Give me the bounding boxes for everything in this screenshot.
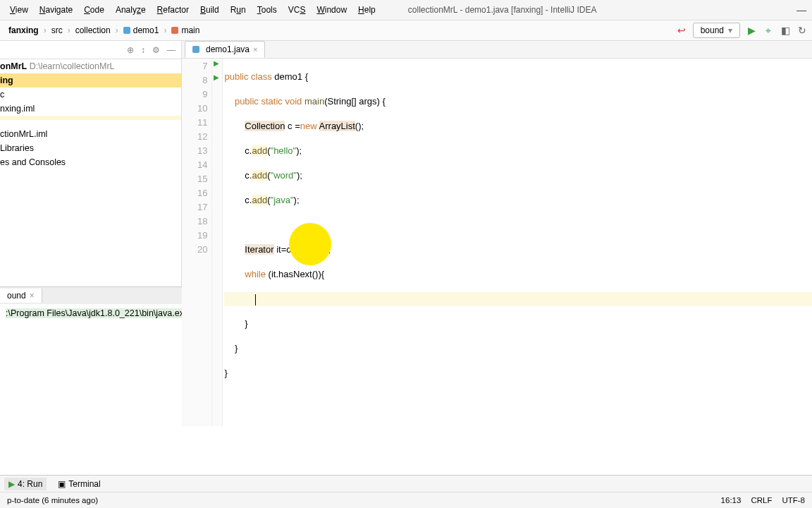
tab-label: demo1.java <box>206 44 250 54</box>
menu-bar: VViewiew Navigate Code Analyze Refactor … <box>6 3 380 17</box>
editor-tab-demo1[interactable]: demo1.java × <box>185 41 265 58</box>
menu-analyze[interactable]: Analyze <box>111 3 150 17</box>
chevron-right-icon: › <box>44 25 47 35</box>
close-icon[interactable]: × <box>30 291 35 301</box>
run-command-line: :\Program Files\Java\jdk1.8.0_221\bin\ja… <box>6 308 202 318</box>
class-icon <box>123 27 130 34</box>
tree-root[interactable]: onMrL D:\learn\collectionMrL <box>0 59 181 73</box>
menu-view[interactable]: VViewiew <box>6 3 32 17</box>
chevron-down-icon: ▾ <box>728 25 732 35</box>
status-message: p-to-date (6 minutes ago) <box>7 496 98 504</box>
run-icon: ▶ <box>8 479 15 489</box>
line-ending[interactable]: CRLF <box>751 496 772 504</box>
breadcrumb-class[interactable]: demo1 <box>119 20 164 40</box>
editor-tab-row: demo1.java × <box>182 41 812 59</box>
menu-tools[interactable]: Tools <box>253 3 281 17</box>
menu-code[interactable]: Code <box>80 3 109 17</box>
gear-icon[interactable]: ⚙ <box>152 45 160 55</box>
tree-item[interactable]: ctionMrL.iml <box>0 127 181 141</box>
tree-item[interactable]: nxing.iml <box>0 102 181 116</box>
editor-area: demo1.java × 7891011121314151617181920 ▶… <box>182 41 812 286</box>
run-gutter-icon[interactable]: ▶ <box>214 59 219 67</box>
file-encoding[interactable]: UTF-8 <box>782 496 805 504</box>
run-tab[interactable]: ound × <box>0 289 42 303</box>
terminal-icon: ▣ <box>58 479 66 489</box>
menu-help[interactable]: Help <box>354 3 380 17</box>
tree-item-ing[interactable]: ing <box>0 73 181 87</box>
chevron-right-icon: › <box>116 25 118 35</box>
breadcrumb-package[interactable]: collection <box>71 20 115 40</box>
breadcrumb-project[interactable]: fanxing <box>4 20 43 40</box>
gutter-icons: ▶ ▶ <box>212 59 223 426</box>
method-icon <box>171 27 178 34</box>
code-editor[interactable]: 7891011121314151617181920 ▶ ▶ public cla… <box>182 59 812 426</box>
menu-run[interactable]: Run <box>226 3 250 17</box>
caret <box>255 294 256 306</box>
close-icon[interactable]: × <box>253 45 257 54</box>
back-icon[interactable]: ↩ <box>676 25 687 36</box>
tree-item[interactable]: c <box>0 87 181 102</box>
hide-icon[interactable]: — <box>167 45 176 55</box>
menu-build[interactable]: Build <box>196 3 223 17</box>
collapse-icon[interactable]: ↕ <box>141 45 145 55</box>
menu-vcs[interactable]: VCS <box>284 3 310 17</box>
caret-position[interactable]: 16:13 <box>721 496 742 504</box>
stop-icon[interactable]: ↻ <box>796 25 808 36</box>
run-icon[interactable]: ▶ <box>746 25 757 36</box>
coverage-icon[interactable]: ◧ <box>780 25 791 36</box>
menu-window[interactable]: Window <box>312 3 351 17</box>
highlight-dot <box>289 223 331 265</box>
breadcrumb-src[interactable]: src <box>47 20 67 40</box>
tab-run[interactable]: ▶ 4: Run <box>4 478 47 490</box>
project-sidebar: ⊕ ↕ ⚙ — onMrL D:\learn\collectionMrL ing… <box>0 41 182 286</box>
window-title: collectionMrL - demo1.java [fanxing] - I… <box>408 5 597 15</box>
minimize-icon[interactable]: — <box>796 4 806 16</box>
menu-refactor[interactable]: Refactor <box>153 3 193 17</box>
menu-navigate[interactable]: Navigate <box>35 3 77 17</box>
breadcrumb-method[interactable]: main <box>167 20 204 40</box>
titlebar: VViewiew Navigate Code Analyze Refactor … <box>0 0 812 20</box>
class-icon <box>192 46 199 53</box>
tab-terminal[interactable]: ▣ Terminal <box>54 478 104 490</box>
target-icon[interactable]: ⊕ <box>127 45 134 55</box>
bottom-tool-tabs: ▶ 4: Run ▣ Terminal <box>0 475 812 492</box>
tree-item-libraries[interactable]: Libraries <box>0 141 181 155</box>
sidebar-toolbar: ⊕ ↕ ⚙ — <box>0 41 181 59</box>
chevron-right-icon: › <box>164 25 166 35</box>
navigation-bar: fanxing › src › collection › demo1 › mai… <box>0 20 812 41</box>
tree-spacer <box>0 120 181 127</box>
project-tree[interactable]: onMrL D:\learn\collectionMrL ing c nxing… <box>0 59 181 169</box>
tree-item-consoles[interactable]: es and Consoles <box>0 155 181 169</box>
gutter: 7891011121314151617181920 <box>182 59 212 426</box>
run-gutter-icon[interactable]: ▶ <box>214 73 219 81</box>
chevron-right-icon: › <box>68 25 70 35</box>
debug-icon[interactable]: ⌖ <box>763 25 774 37</box>
status-bar: p-to-date (6 minutes ago) 16:13 CRLF UTF… <box>0 492 812 508</box>
run-config-select[interactable]: bound▾ <box>693 23 740 38</box>
